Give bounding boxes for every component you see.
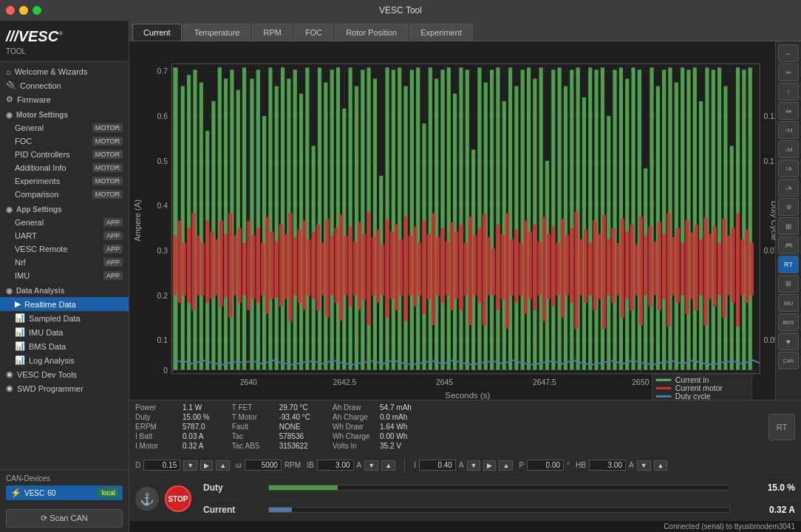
i-control: I A ▼ ▶ ▲ — [414, 460, 513, 471]
can-device-item[interactable]: ⚡ VESC 60 local — [6, 485, 123, 500]
ya-icon[interactable]: ⚙ — [778, 198, 799, 216]
sidebar-item-vesc-dev[interactable]: ◉ VESC Dev Tools — [0, 367, 129, 381]
volts-in-label: Volts In — [333, 442, 377, 450]
stop-button[interactable]: STOP — [165, 485, 191, 512]
grid-icon[interactable]: ⊞ — [778, 217, 799, 235]
d-up-btn[interactable]: ▲ — [216, 460, 230, 471]
svg-rect-119 — [686, 69, 690, 369]
bottom-bars: ⚓ STOP Duty 15.0 % Current — [129, 477, 801, 520]
anchor-button[interactable]: ⚓ — [135, 487, 159, 511]
volts-in-value: 35.2 V — [380, 442, 401, 450]
sidebar-item-firmware[interactable]: ⚙ Firmware — [0, 92, 129, 106]
heart-icon[interactable]: ♥ — [778, 332, 799, 350]
can-icon[interactable]: CAN — [778, 352, 799, 369]
sidebar-item-realtime[interactable]: ▶ Realtime Data — [0, 297, 129, 311]
sidebar-item-swd[interactable]: ◉ SWD Programmer — [0, 381, 129, 395]
duty-bar-value: 15.0 % — [736, 482, 795, 493]
svg-rect-133 — [187, 228, 191, 303]
ib-up-btn[interactable]: ▲ — [381, 460, 395, 471]
ib-down-btn[interactable]: ▼ — [364, 460, 378, 471]
upload-icon[interactable]: ↑ — [778, 83, 799, 100]
sidebar-item-general-motor[interactable]: General MOTOR — [0, 121, 129, 134]
sidebar-item-connection[interactable]: 🔌 Connection — [0, 78, 129, 92]
svg-text:0.5: 0.5 — [157, 157, 168, 166]
tab-temperature[interactable]: Temperature — [183, 24, 251, 41]
svg-rect-88 — [496, 67, 500, 369]
p-input[interactable] — [527, 460, 564, 471]
d-down-btn[interactable]: ▼ — [183, 460, 197, 471]
sidebar-item-pid[interactable]: PID Controllers MOTOR — [0, 148, 129, 161]
svg-rect-228 — [625, 232, 629, 299]
sidebar-item-imu[interactable]: IMU APP — [0, 269, 129, 282]
imu-icon[interactable]: IMU — [778, 294, 799, 312]
sidebar-item-sampled[interactable]: 📊 Sampled Data — [0, 311, 129, 325]
hb-up-btn[interactable]: ▲ — [654, 460, 668, 471]
connect-icon[interactable]: ↔ — [778, 44, 799, 62]
power-label: Power — [135, 403, 180, 412]
im-icon[interactable]: ↓M — [778, 140, 799, 158]
svg-rect-171 — [362, 234, 366, 300]
svg-rect-204 — [514, 230, 518, 303]
hb-down-btn[interactable]: ▼ — [637, 460, 651, 471]
sidebar-item-imu-data[interactable]: 📊 IMU Data — [0, 325, 129, 339]
ib-input[interactable] — [317, 460, 354, 471]
d-play-btn[interactable]: ▶ — [200, 460, 213, 471]
svg-rect-157 — [298, 230, 301, 303]
rt-icon[interactable]: RT — [778, 256, 799, 273]
tab-foc[interactable]: FOC — [294, 24, 333, 41]
svg-rect-155 — [288, 213, 292, 321]
maximize-button[interactable] — [33, 6, 41, 15]
tab-experiment[interactable]: Experiment — [409, 24, 473, 41]
svg-rect-172 — [367, 211, 371, 325]
rt-bottom-icon[interactable]: RT — [768, 414, 795, 440]
svg-text:0.125: 0.125 — [763, 112, 775, 120]
hb-input[interactable] — [589, 460, 626, 471]
sidebar-item-nrf[interactable]: Nrf APP — [0, 256, 129, 269]
minimize-button[interactable] — [19, 6, 28, 15]
svg-rect-145 — [242, 243, 246, 296]
tmotor-label: T Motor — [232, 413, 276, 421]
tab-rpm[interactable]: RPM — [252, 24, 292, 41]
sidebar-item-log-analysis[interactable]: 📊 Log Analysis — [0, 353, 129, 367]
sidebar-item-comparison[interactable]: Comparison MOTOR — [0, 188, 129, 201]
close-button[interactable] — [6, 6, 15, 15]
i-play-btn[interactable]: ▶ — [483, 460, 496, 471]
stat-erpm: ERPM 5787.0 — [135, 423, 210, 431]
sidebar-item-general-app[interactable]: General APP — [0, 216, 129, 229]
motor-badge-info: MOTOR — [92, 163, 123, 172]
svg-rect-205 — [519, 243, 523, 296]
sidebar-item-uart[interactable]: UART APP — [0, 229, 129, 242]
svg-text:0.075: 0.075 — [763, 247, 775, 255]
gamepad-icon[interactable]: 🎮 — [778, 236, 799, 254]
motor-badge-comp: MOTOR — [92, 190, 123, 199]
tm-icon[interactable]: ↑M — [778, 121, 799, 139]
duty-label: Duty — [135, 413, 180, 421]
omega-input[interactable] — [245, 460, 282, 471]
scan-can-button[interactable]: ⟳ Scan CAN — [6, 509, 123, 528]
sidebar-item-foc[interactable]: FOC MOTOR — [0, 134, 129, 148]
svg-text:Current in: Current in — [675, 376, 709, 384]
swap-icon[interactable]: ⇔ — [778, 102, 799, 120]
svg-rect-221 — [593, 221, 596, 310]
sidebar-item-bms-data[interactable]: 📊 BMS Data — [0, 339, 129, 353]
scissors-icon[interactable]: ✂ — [778, 64, 799, 81]
sidebar-item-experiments[interactable]: Experiments MOTOR — [0, 174, 129, 188]
ca-icon[interactable]: ↓A — [778, 179, 799, 197]
ta-icon[interactable]: ↑A — [778, 160, 799, 177]
current-bar-container — [268, 507, 730, 513]
sidebar-item-additional-info[interactable]: Additional Info MOTOR — [0, 161, 129, 174]
stat-ibatt: I Batt 0.03 A — [135, 432, 210, 440]
can-devices-section: CAN-Devices ⚡ VESC 60 local — [0, 469, 129, 505]
motor-badge-foc: MOTOR — [92, 137, 123, 146]
bms-icon[interactable]: BMS — [778, 313, 799, 331]
sidebar-item-welcome[interactable]: ⌂ Welcome & Wizards — [0, 65, 129, 78]
i-up-btn[interactable]: ▲ — [499, 460, 513, 471]
app-icon[interactable]: ⊞ — [778, 275, 799, 293]
tab-rotor-position[interactable]: Rotor Position — [335, 24, 408, 41]
duty-bar-label: Duty — [203, 482, 262, 493]
sidebar-item-vesc-remote[interactable]: VESC Remote APP — [0, 242, 129, 256]
i-down-btn[interactable]: ▼ — [467, 460, 481, 471]
d-input[interactable] — [143, 460, 180, 471]
tab-current[interactable]: Current — [132, 24, 182, 41]
i-input[interactable] — [419, 460, 456, 471]
